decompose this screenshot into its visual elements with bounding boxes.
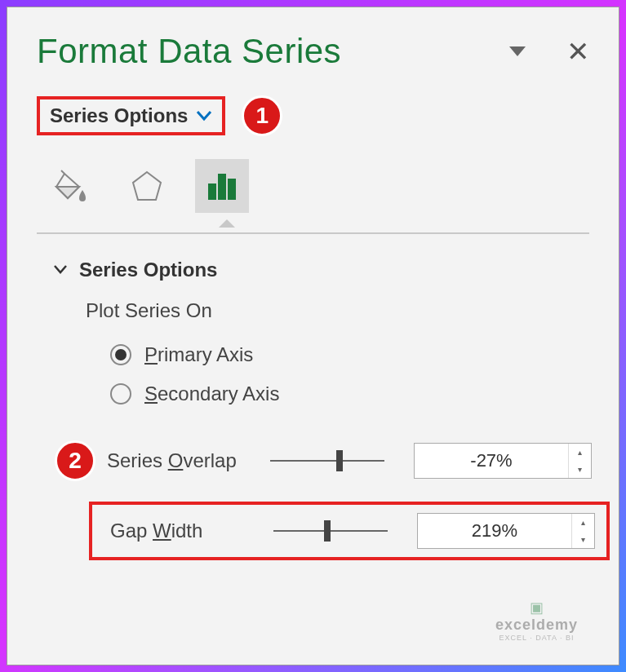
format-data-series-pane: Format Data Series ✕ Series Options 1 bbox=[7, 7, 619, 665]
callout-badge-2: 2 bbox=[55, 440, 95, 481]
callout-badge-1: 1 bbox=[242, 95, 282, 136]
series-overlap-row: 2 Series Overlap -27% ▴ ▾ bbox=[37, 435, 589, 487]
series-overlap-slider[interactable] bbox=[270, 460, 384, 462]
tab-indicator-row bbox=[37, 219, 589, 229]
header-controls: ✕ bbox=[509, 38, 589, 65]
chevron-down-icon bbox=[196, 107, 212, 126]
pentagon-icon bbox=[128, 167, 166, 205]
plot-series-on-label: Plot Series On bbox=[37, 299, 589, 322]
watermark-logo-icon: ▣ bbox=[495, 599, 578, 617]
slider-thumb[interactable] bbox=[324, 520, 331, 542]
spinner-down-icon[interactable]: ▾ bbox=[572, 531, 594, 548]
bar-chart-icon bbox=[203, 167, 241, 205]
spinner-buttons: ▴ ▾ bbox=[571, 514, 594, 548]
gap-width-label: Gap Width bbox=[110, 519, 273, 542]
watermark-sub: EXCEL · DATA · BI bbox=[495, 634, 578, 642]
svg-rect-3 bbox=[218, 174, 226, 200]
series-overlap-input[interactable]: -27% ▴ ▾ bbox=[414, 443, 592, 479]
series-options-dropdown-row: Series Options 1 bbox=[37, 95, 589, 136]
spinner-up-icon[interactable]: ▴ bbox=[569, 444, 591, 461]
secondary-axis-radio[interactable]: Secondary Axis bbox=[37, 382, 589, 405]
series-overlap-value: -27% bbox=[415, 444, 568, 478]
series-options-section-header[interactable]: Series Options bbox=[37, 259, 589, 281]
gap-width-value: 219% bbox=[418, 514, 571, 548]
divider bbox=[37, 232, 589, 234]
primary-axis-radio[interactable]: Primary Axis bbox=[37, 343, 589, 366]
pane-title: Format Data Series bbox=[37, 32, 341, 71]
svg-line-0 bbox=[61, 170, 64, 174]
series-options-label: Series Options bbox=[50, 104, 188, 127]
format-category-tabs bbox=[37, 159, 589, 213]
section-title: Series Options bbox=[79, 259, 217, 281]
spinner-down-icon[interactable]: ▾ bbox=[569, 461, 591, 478]
spinner-up-icon[interactable]: ▴ bbox=[572, 514, 594, 531]
secondary-axis-label: Secondary Axis bbox=[144, 382, 279, 405]
primary-axis-label: Primary Axis bbox=[144, 343, 253, 366]
svg-rect-4 bbox=[228, 179, 236, 200]
radio-unselected-icon bbox=[110, 383, 131, 405]
svg-marker-1 bbox=[133, 172, 161, 200]
series-options-dropdown[interactable]: Series Options bbox=[37, 96, 225, 135]
gap-width-slider[interactable] bbox=[273, 530, 388, 532]
chevron-down-icon bbox=[53, 259, 68, 281]
watermark-name: exceldemy bbox=[495, 617, 578, 634]
gap-width-input[interactable]: 219% ▴ ▾ bbox=[417, 513, 595, 549]
paint-bucket-icon bbox=[53, 167, 91, 205]
radio-selected-icon bbox=[110, 344, 131, 365]
spinner-buttons: ▴ ▾ bbox=[568, 444, 591, 478]
task-pane-options-icon[interactable] bbox=[509, 46, 526, 56]
gap-width-row: Gap Width 219% ▴ ▾ bbox=[37, 502, 589, 560]
effects-tab[interactable] bbox=[120, 159, 174, 213]
fill-and-line-tab[interactable] bbox=[45, 159, 99, 213]
series-overlap-label: Series Overlap bbox=[107, 449, 270, 472]
svg-rect-2 bbox=[208, 183, 216, 200]
pane-header: Format Data Series ✕ bbox=[37, 32, 589, 71]
watermark: ▣ exceldemy EXCEL · DATA · BI bbox=[495, 599, 578, 642]
series-options-tab[interactable] bbox=[195, 159, 249, 213]
active-tab-arrow-icon bbox=[219, 219, 235, 228]
slider-thumb[interactable] bbox=[336, 450, 343, 471]
close-icon[interactable]: ✕ bbox=[566, 38, 589, 65]
